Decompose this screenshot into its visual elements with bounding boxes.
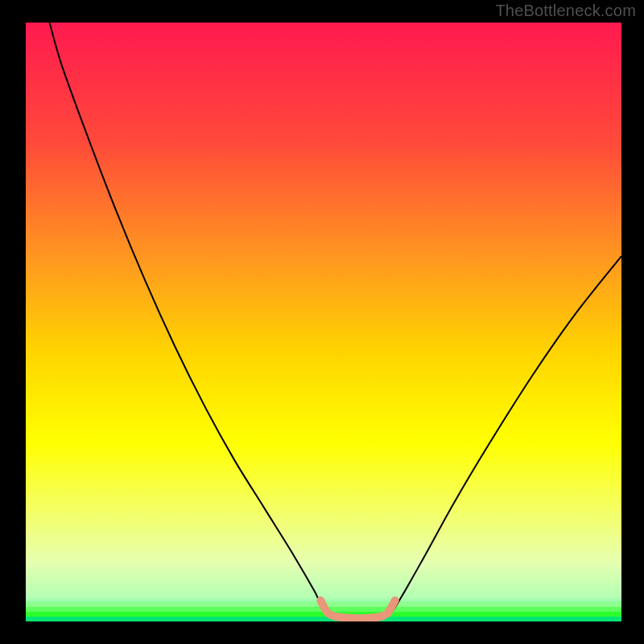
- plot-background: [26, 23, 621, 621]
- chart-frame: TheBottleneck.com: [0, 0, 644, 644]
- svg-rect-4: [26, 617, 621, 621]
- bottleneck-chart: [0, 0, 644, 644]
- attribution-label: TheBottleneck.com: [495, 2, 636, 20]
